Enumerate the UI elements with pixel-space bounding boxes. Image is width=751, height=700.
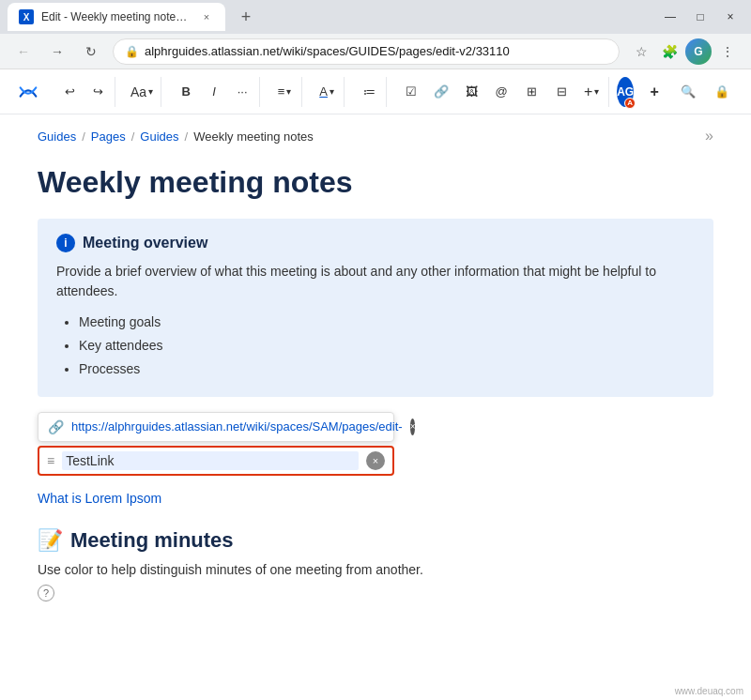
- minutes-description: Use color to help distinguish minutes of…: [38, 562, 713, 577]
- insert-image-button[interactable]: 🖼: [458, 79, 484, 105]
- add-collaborator-button[interactable]: +: [641, 79, 667, 105]
- help-icon[interactable]: ?: [38, 585, 54, 601]
- maximize-button[interactable]: □: [687, 4, 713, 30]
- lock-button[interactable]: 🔒: [709, 79, 735, 105]
- link-edit-input[interactable]: [62, 451, 359, 470]
- more-format-button[interactable]: ···: [229, 79, 255, 105]
- link-popup-close-button[interactable]: ×: [410, 418, 416, 435]
- address-box[interactable]: 🔒 alphrguides.atlassian.net/wiki/spaces/…: [113, 38, 620, 65]
- breadcrumb-pages[interactable]: Pages: [91, 129, 126, 144]
- align-group: ≡ ▾: [268, 77, 302, 107]
- new-tab-button[interactable]: +: [233, 4, 259, 30]
- breadcrumb-current: Weekly meeting notes: [193, 129, 314, 144]
- text-color-button[interactable]: A ▾: [314, 79, 340, 105]
- window-controls: — □ ×: [657, 4, 743, 30]
- browser-tab[interactable]: X Edit - Weekly meeting notes - G... ×: [8, 3, 225, 31]
- minutes-title: Meeting minutes: [70, 528, 234, 553]
- text-style-group: Aa ▾: [123, 77, 161, 107]
- undo-redo-group: ↩ ↪: [53, 77, 115, 107]
- insert-link-button[interactable]: 🔗: [428, 79, 454, 105]
- list-item: Processes: [79, 358, 695, 381]
- breadcrumb-guides2[interactable]: Guides: [140, 129, 178, 144]
- minimize-button[interactable]: —: [657, 4, 683, 30]
- link-popup-icon: 🔗: [48, 419, 64, 434]
- text-color-group: A ▾: [310, 77, 345, 107]
- lorem-ipsum-link[interactable]: What is Lorem Ipsom: [38, 491, 713, 506]
- address-text: alphrguides.atlassian.net/wiki/spaces/GU…: [145, 44, 510, 58]
- redo-button[interactable]: ↪: [84, 79, 111, 105]
- info-box: i Meeting overview Provide a brief overv…: [38, 219, 713, 397]
- confluence-logo[interactable]: [15, 79, 41, 105]
- info-box-description: Provide a brief overview of what this me…: [56, 262, 695, 301]
- back-button[interactable]: ←: [11, 39, 36, 64]
- breadcrumb-guides[interactable]: Guides: [38, 129, 76, 144]
- insert-mention-button[interactable]: @: [488, 79, 514, 105]
- lock-icon: 🔒: [125, 45, 139, 58]
- link-edit-drag-icon: ≡: [47, 453, 54, 468]
- search-button[interactable]: 🔍: [675, 79, 701, 105]
- list-item: Key attendees: [79, 334, 695, 358]
- insert-task-button[interactable]: ☑: [398, 79, 424, 105]
- section-header: 📝 Meeting minutes: [38, 528, 713, 553]
- insert-table-button[interactable]: ⊞: [518, 79, 544, 105]
- insert-group: ☑ 🔗 🖼 @ ⊞ ⊟ + ▾: [394, 77, 609, 107]
- align-button[interactable]: ≡ ▾: [271, 79, 298, 105]
- breadcrumb-expand-button[interactable]: »: [705, 128, 713, 145]
- browser-titlebar: X Edit - Weekly meeting notes - G... × +…: [0, 0, 751, 34]
- link-url-popup: 🔗 https://alphrguides.atlassian.net/wiki…: [38, 412, 394, 442]
- watermark: www.deuaq.com: [675, 686, 743, 696]
- confluence-toolbar: ↩ ↪ Aa ▾ B I ··· ≡ ▾ A ▾ ≔ ☑ 🔗 🖼 @: [0, 69, 751, 114]
- reload-button[interactable]: ↻: [79, 39, 103, 64]
- tab-label: Edit - Weekly meeting notes - G...: [41, 10, 192, 23]
- address-bar: ← → ↻ 🔒 alphrguides.atlassian.net/wiki/s…: [0, 34, 751, 69]
- address-actions: ☆ 🧩 G ⋮: [629, 38, 740, 65]
- info-box-title: Meeting overview: [83, 235, 207, 251]
- insert-plus-button[interactable]: + ▾: [578, 79, 605, 105]
- text-style-button[interactable]: Aa ▾: [127, 79, 157, 105]
- bookmark-button[interactable]: ☆: [629, 39, 653, 64]
- undo-button[interactable]: ↩: [56, 79, 83, 105]
- forward-button[interactable]: →: [45, 39, 69, 64]
- bold-button[interactable]: B: [173, 79, 199, 105]
- avatar-badge: A: [624, 98, 636, 109]
- window-close-button[interactable]: ×: [717, 4, 743, 30]
- link-popup-url[interactable]: https://alphrguides.atlassian.net/wiki/s…: [71, 419, 403, 434]
- tab-favicon: X: [19, 9, 34, 24]
- tab-close-btn[interactable]: ×: [199, 9, 214, 24]
- info-box-header: i Meeting overview: [56, 234, 695, 252]
- extensions-button[interactable]: 🧩: [657, 39, 682, 64]
- lists-group: ≔: [352, 77, 387, 107]
- list-item: Meeting goals: [79, 311, 695, 334]
- italic-button[interactable]: I: [201, 79, 227, 105]
- format-group: B I ···: [169, 77, 260, 107]
- link-edit-close-button[interactable]: ×: [366, 451, 385, 470]
- lists-button[interactable]: ≔: [356, 79, 382, 105]
- page-title[interactable]: Weekly meeting notes: [38, 165, 713, 200]
- breadcrumb: Guides / Pages / Guides / Weekly meeting…: [38, 114, 713, 154]
- link-edit-box: ≡ ×: [38, 446, 394, 476]
- chrome-menu-button[interactable]: ⋮: [715, 39, 740, 64]
- minutes-icon: 📝: [38, 528, 63, 553]
- info-icon: i: [56, 234, 75, 252]
- info-box-list: Meeting goals Key attendees Processes: [56, 311, 695, 382]
- user-avatar[interactable]: AG A: [617, 77, 634, 107]
- insert-more-button[interactable]: ⊟: [548, 79, 575, 105]
- page-content: Guides / Pages / Guides / Weekly meeting…: [0, 114, 751, 700]
- confluence-logo-icon: [19, 81, 38, 103]
- chrome-avatar[interactable]: G: [685, 38, 712, 65]
- meeting-minutes-section: 📝 Meeting minutes Use color to help dist…: [38, 528, 713, 601]
